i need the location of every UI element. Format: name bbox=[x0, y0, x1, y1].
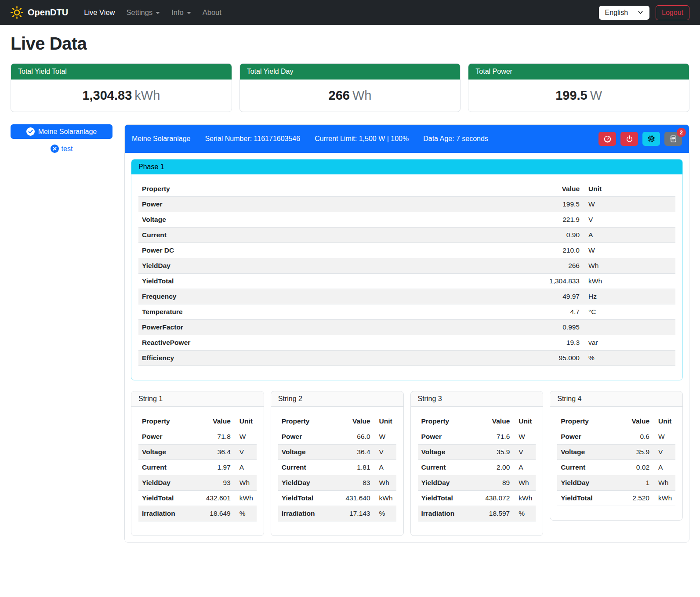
value-cell: 18.649 bbox=[201, 506, 234, 521]
property-cell: YieldTotal bbox=[278, 491, 341, 506]
property-cell: Power bbox=[138, 429, 201, 445]
events-count-badge: 2 bbox=[677, 128, 686, 137]
column-header-unit: Unit bbox=[374, 414, 396, 429]
table-row: Voltage36.4V bbox=[278, 445, 396, 460]
phase-table: Property Value Unit Power199.5WVoltage22… bbox=[138, 181, 675, 366]
column-header-value: Value bbox=[544, 181, 583, 197]
table-header-row: Property Value Unit bbox=[278, 414, 396, 429]
string-card-title: String 4 bbox=[550, 391, 682, 407]
value-cell: 4.7 bbox=[544, 304, 583, 320]
table-row: Current2.00A bbox=[418, 460, 536, 475]
value-cell: 18.597 bbox=[480, 506, 513, 521]
inverter-card: Meine Solaranlage Serial Number: 1161716… bbox=[124, 124, 689, 543]
navbar-right: English Logout bbox=[599, 5, 689, 20]
nav-label: Info bbox=[171, 8, 184, 17]
table-row: Current0.90A bbox=[138, 228, 675, 243]
unit-cell: kWh bbox=[234, 491, 257, 506]
column-header-value: Value bbox=[201, 414, 234, 429]
inverter-select-label: Meine Solaranlage bbox=[38, 128, 97, 136]
unit-cell bbox=[583, 320, 675, 335]
check-circle-icon bbox=[26, 127, 35, 136]
column-header-value: Value bbox=[620, 414, 653, 429]
property-cell: Current bbox=[418, 460, 480, 475]
property-cell: Voltage bbox=[557, 445, 620, 460]
column-header-value: Value bbox=[341, 414, 374, 429]
value-cell: 49.97 bbox=[544, 289, 583, 304]
value-cell: 432.601 bbox=[201, 491, 234, 506]
device-info-button[interactable] bbox=[642, 132, 660, 146]
property-cell: Voltage bbox=[418, 445, 480, 460]
summary-card-total-yield-day: Total Yield Day 266Wh bbox=[239, 63, 461, 112]
inverter-name: Meine Solaranlage bbox=[132, 135, 190, 143]
table-row: Current0.02A bbox=[557, 460, 675, 475]
inverter-item-test[interactable]: test bbox=[11, 145, 112, 153]
brand-label: OpenDTU bbox=[28, 7, 68, 18]
table-row: YieldDay266Wh bbox=[138, 258, 675, 274]
unit-cell: A bbox=[653, 460, 675, 475]
summary-card-title: Total Yield Total bbox=[11, 64, 232, 80]
summary-unit: W bbox=[590, 88, 602, 102]
string-card-title: String 3 bbox=[411, 391, 543, 407]
value-cell: 1,304.833 bbox=[544, 274, 583, 289]
language-select[interactable]: English bbox=[599, 6, 649, 20]
value-cell: 2.00 bbox=[480, 460, 513, 475]
property-cell: YieldTotal bbox=[557, 491, 620, 506]
string-table: Property Value Unit Power71.8WVoltage36.… bbox=[138, 414, 257, 521]
table-row: Voltage221.9V bbox=[138, 212, 675, 228]
table-row: Power DC210.0W bbox=[138, 243, 675, 258]
table-header-row: Property Value Unit bbox=[557, 414, 675, 429]
summary-card-total-power: Total Power 199.5W bbox=[468, 63, 689, 112]
brand-link[interactable]: OpenDTU bbox=[11, 6, 68, 19]
property-cell: Current bbox=[138, 460, 201, 475]
property-cell: Irradiation bbox=[278, 506, 341, 521]
string-card: String 2 Property Value Unit Power66.0WV… bbox=[271, 391, 404, 536]
string-table: Property Value Unit Power71.6WVoltage35.… bbox=[418, 414, 536, 521]
nav-item-live-view[interactable]: Live View bbox=[80, 5, 119, 20]
property-cell: Power bbox=[557, 429, 620, 445]
table-row: Power71.8W bbox=[138, 429, 257, 445]
value-cell: 266 bbox=[544, 258, 583, 274]
table-header-row: Property Value Unit bbox=[138, 181, 675, 197]
unit-cell: V bbox=[374, 445, 396, 460]
property-cell: Irradiation bbox=[138, 506, 201, 521]
property-cell: Temperature bbox=[138, 304, 544, 320]
inverter-card-header: Meine Solaranlage Serial Number: 1161716… bbox=[125, 125, 689, 153]
power-button[interactable] bbox=[620, 132, 638, 146]
property-cell: PowerFactor bbox=[138, 320, 544, 335]
phase-panel-title: Phase 1 bbox=[131, 159, 682, 174]
main-nav: Live View Settings Info About bbox=[80, 5, 226, 20]
table-row: YieldDay83Wh bbox=[278, 475, 396, 491]
property-cell: YieldDay bbox=[418, 475, 480, 491]
value-cell: 2.520 bbox=[620, 491, 653, 506]
value-cell: 1 bbox=[620, 475, 653, 491]
logout-button[interactable]: Logout bbox=[656, 5, 689, 20]
inverter-serial: Serial Number: 116171603546 bbox=[205, 135, 300, 143]
value-cell: 19.3 bbox=[544, 335, 583, 351]
table-row: ReactivePower19.3var bbox=[138, 335, 675, 351]
nav-item-about[interactable]: About bbox=[198, 5, 226, 20]
column-header-unit: Unit bbox=[583, 181, 675, 197]
string-card-body: Property Value Unit Power71.8WVoltage36.… bbox=[131, 407, 264, 535]
table-row: Irradiation18.649% bbox=[138, 506, 257, 521]
event-log-button[interactable]: 2 bbox=[664, 132, 682, 146]
limit-settings-button[interactable] bbox=[598, 132, 616, 146]
speedometer-icon bbox=[604, 135, 611, 143]
unit-cell: V bbox=[513, 445, 536, 460]
content-row: Meine Solaranlage test Meine Solaranlage… bbox=[11, 124, 689, 543]
value-cell: 199.5 bbox=[544, 197, 583, 212]
table-row: Power66.0W bbox=[278, 429, 396, 445]
nav-item-settings[interactable]: Settings bbox=[122, 5, 165, 20]
unit-cell: Wh bbox=[374, 475, 396, 491]
property-cell: Irradiation bbox=[418, 506, 480, 521]
summary-card-body: 1,304.83kWh bbox=[11, 80, 232, 112]
inverter-select-button[interactable]: Meine Solaranlage bbox=[11, 124, 112, 139]
nav-item-info[interactable]: Info bbox=[167, 5, 196, 20]
unit-cell: A bbox=[234, 460, 257, 475]
unit-cell: kWh bbox=[653, 491, 675, 506]
inverter-actions: 2 bbox=[598, 132, 682, 146]
inverter-limit: Current Limit: 1,500 W | 100% bbox=[315, 135, 409, 143]
unit-cell: A bbox=[513, 460, 536, 475]
table-row: Power0.6W bbox=[557, 429, 675, 445]
property-cell: Power bbox=[138, 197, 544, 212]
unit-cell: Wh bbox=[513, 475, 536, 491]
